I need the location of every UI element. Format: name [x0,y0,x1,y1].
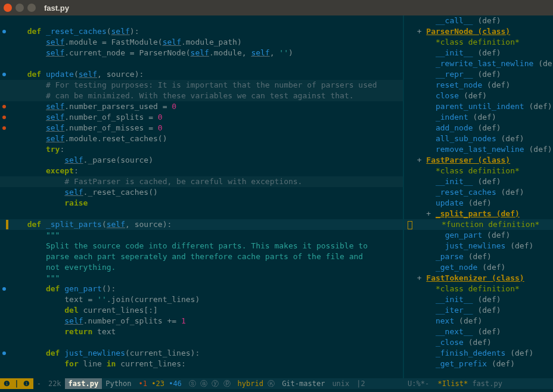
code-line[interactable]: # can be minimized. With these variables… [0,91,403,101]
buffer-name[interactable]: fast.py [65,378,102,389]
outline-item[interactable]: _indent (def) [404,112,553,123]
code-line[interactable]: def _reset_caches(self): [0,26,403,37]
outline-item[interactable]: _finish_dedents (def) [404,348,553,359]
code-content[interactable]: parse each part seperately and therefore… [18,251,403,262]
code-content[interactable] [18,15,403,26]
code-line[interactable]: text = ''.join(current_lines) [0,294,403,305]
code-content[interactable]: def gen_part(): [18,284,403,294]
lint-marker-icon[interactable] [2,105,6,108]
code-content[interactable]: """ [18,273,403,284]
code-line[interactable]: def just_newlines(current_lines): [0,348,403,359]
code-line[interactable]: """ [0,230,403,241]
outline-item[interactable]: _get_node (def) [404,262,553,273]
fold-marker-icon[interactable] [2,30,6,33]
outline-item[interactable]: remove_last_newline (def) [404,144,553,155]
outline-item[interactable]: + ParserNode (class) [404,26,553,37]
code-line[interactable]: self.number_of_splits = 0 [0,112,403,123]
outline-item[interactable]: update (def) [404,198,553,209]
code-line[interactable] [0,58,403,69]
outline-item[interactable]: + FastParser (class) [404,155,553,166]
outline-item[interactable]: reset_node (def) [404,80,553,91]
code-content[interactable]: """ [18,230,403,241]
outline-item[interactable]: add_node (def) [404,123,553,133]
lint-marker-icon[interactable] [2,126,6,130]
outline-item[interactable]: _parse (def) [404,251,553,262]
flycheck-counts[interactable]: •1 •23 •46 [135,378,185,389]
code-content[interactable]: self._reset_caches() [18,187,403,198]
code-content[interactable] [18,58,403,69]
code-content[interactable]: return text [18,326,403,337]
code-content[interactable]: self.number_of_splits += 1 [18,316,403,326]
outline-item[interactable]: __next__ (def) [404,326,553,337]
code-content[interactable]: del current_lines[:] [18,305,403,316]
code-line[interactable]: def gen_part(): [0,284,403,294]
code-line[interactable]: del current_lines[:] [0,305,403,316]
code-content[interactable]: # For testing purposes: It is important … [18,80,403,91]
code-content[interactable]: except: [18,166,403,176]
outline-item[interactable]: _reset_caches (def) [404,187,553,198]
code-line[interactable]: self._reset_caches() [0,187,403,198]
fold-marker-icon[interactable] [2,351,6,355]
code-content[interactable]: not everything. [18,262,403,273]
outline-item[interactable]: __init__ (def) [404,48,553,58]
minimize-icon[interactable] [15,4,24,12]
code-line[interactable]: self.current_node = ParserNode(self.modu… [0,48,403,58]
code-line[interactable]: not everything. [0,262,403,273]
code-line[interactable]: self.number_of_splits += 1 [0,316,403,326]
lint-marker-icon[interactable] [2,116,6,119]
outline-item[interactable]: *class definition* [404,166,553,176]
code-content[interactable]: raise [18,198,403,209]
code-line[interactable]: """ [0,273,403,284]
code-line[interactable]: def update(self, source): [0,69,403,80]
outline-item[interactable]: __init__ (def) [404,176,553,187]
code-content[interactable]: self.number_parsers_used = 0 [18,101,403,112]
code-content[interactable]: self.module = FastModule(self.module_pat… [18,37,403,48]
outline-item[interactable]: next (def) [404,316,553,326]
code-content[interactable]: def _split_parts(self, source): [18,219,403,230]
outline-item[interactable]: __call__ (def) [404,15,553,26]
code-content[interactable]: # can be minimized. With these variables… [18,91,403,101]
fold-marker-icon[interactable] [2,73,6,76]
code-content[interactable]: for line in current_lines: [18,359,403,369]
outline-panel[interactable]: __call__ (def) + ParserNode (class) *cla… [404,15,553,378]
code-content[interactable]: self.number_of_splits = 0 [18,112,403,123]
flycheck-warn-badge[interactable]: ❶ | ❶ [0,378,33,389]
code-line[interactable] [0,15,403,26]
code-line[interactable] [0,337,403,348]
outline-item[interactable]: + _split_parts (def) [404,209,553,219]
code-content[interactable]: def update(self, source): [18,69,403,80]
code-content[interactable]: # FastParser is cached, be careful with … [18,176,403,187]
maximize-icon[interactable] [27,4,36,12]
code-line[interactable]: Split the source code into different par… [0,241,403,251]
outline-item[interactable]: __iter__ (def) [404,305,553,316]
outline-item[interactable]: _get_prefix (def) [404,359,553,369]
minibuffer[interactable] [0,389,553,392]
code-line[interactable]: # FastParser is cached, be careful with … [0,176,403,187]
code-content[interactable]: self._parse(source) [18,155,403,166]
code-line[interactable] [0,209,403,219]
code-content[interactable]: try: [18,144,403,155]
outline-item[interactable]: __repr__ (def) [404,69,553,80]
code-line[interactable]: self.number_of_misses = 0 [0,123,403,133]
code-line[interactable]: self.number_parsers_used = 0 [0,101,403,112]
code-line[interactable]: except: [0,166,403,176]
code-line[interactable]: def _split_parts(self, source): [0,219,403,230]
code-line[interactable]: try: [0,144,403,155]
code-content[interactable] [18,209,403,219]
outline-item[interactable]: *function definition* [404,219,553,230]
code-line[interactable]: for line in current_lines: [0,359,403,369]
code-content[interactable]: def _reset_caches(self): [18,26,403,37]
outline-item[interactable]: _rewrite_last_newline (def) [404,58,553,69]
code-editor[interactable]: def _reset_caches(self): self.module = F… [0,15,403,378]
code-content[interactable] [18,337,403,348]
outline-item[interactable]: *class definition* [404,37,553,48]
outline-item[interactable]: close (def) [404,91,553,101]
major-mode[interactable]: Python [102,378,135,389]
code-content[interactable]: Split the source code into different par… [18,241,403,251]
code-content[interactable]: self.module.reset_caches() [18,133,403,144]
vc-branch[interactable]: Git-master [278,378,328,389]
outline-item[interactable]: + FastTokenizer (class) [404,273,553,284]
close-icon[interactable] [4,4,12,12]
code-content[interactable]: self.current_node = ParserNode(self.modu… [18,48,403,58]
cursor-bar-icon[interactable] [6,220,8,229]
